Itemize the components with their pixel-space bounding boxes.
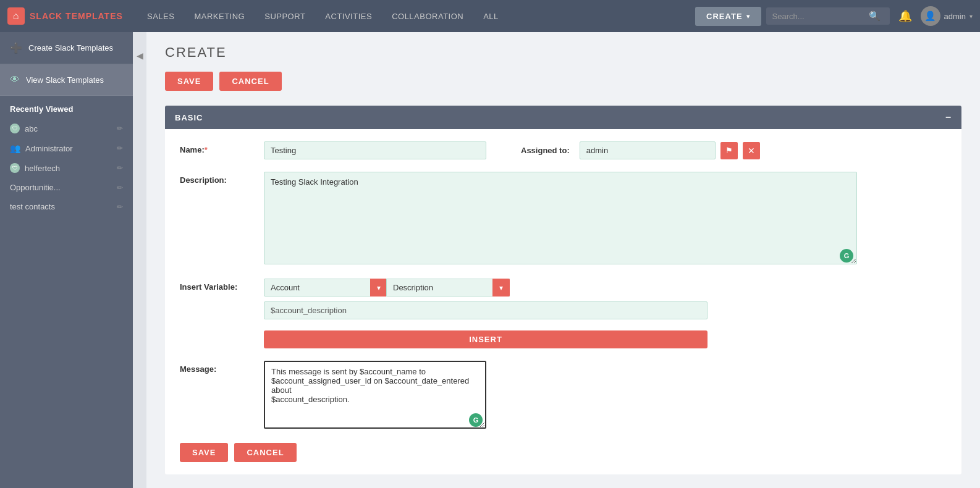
flag-icon: ⚑ (725, 146, 733, 155)
variable-type-wrapper: Account ▾ (264, 279, 387, 297)
sidebar-view-label: View Slack Templates (26, 75, 104, 85)
nav-support[interactable]: SUPPORT (255, 0, 315, 32)
name-input[interactable] (264, 141, 486, 159)
page-title: CREATE (165, 44, 961, 61)
sidebar: ➕ Create Slack Templates 👁 View Slack Te… (0, 32, 133, 488)
assigned-input[interactable] (580, 141, 716, 159)
top-action-bar: SAVE CANCEL (165, 72, 961, 91)
recently-viewed-label: Recently Viewed (10, 104, 73, 114)
nav-links: SALES MARKETING SUPPORT ACTIVITIES COLLA… (137, 0, 695, 32)
recent-item-administrator[interactable]: 👥 Administrator ✏ (0, 138, 133, 158)
recent-item-left: Opportunitie... (10, 183, 61, 192)
description-wrapper: Testing Slack Integration G (264, 172, 857, 266)
layout: ➕ Create Slack Templates 👁 View Slack Te… (0, 32, 980, 488)
shield-icon: 🛡 (10, 124, 20, 133)
recent-label: test contacts (10, 202, 55, 211)
message-row: Message: This message is sent by $accoun… (180, 361, 947, 431)
recent-item-abc[interactable]: 🛡 abc ✏ (0, 119, 133, 138)
sidebar-item-view[interactable]: 👁 View Slack Templates (0, 64, 133, 96)
chevron-down-icon: ▾ (746, 13, 750, 20)
variable-preview (264, 301, 708, 319)
top-nav: ⌂ SLACK TEMPLATES SALES MARKETING SUPPOR… (0, 0, 980, 32)
recent-item-left: 👥 Administrator (10, 143, 73, 153)
recent-label: Administrator (25, 144, 73, 153)
user-menu[interactable]: 👤 admin ▾ (921, 6, 973, 26)
cancel-button[interactable]: CANCEL (219, 72, 281, 91)
insert-variable-row: Insert Variable: Account ▾ (180, 279, 947, 348)
eye-icon: 👁 (10, 74, 20, 85)
group-icon: 👥 (10, 143, 20, 153)
minimize-icon[interactable]: − (945, 112, 952, 123)
bottom-action-bar: SAVE CANCEL (180, 443, 947, 462)
brand: ⌂ SLACK TEMPLATES (7, 7, 137, 25)
nav-right: CREATE ▾ 🔍 🔔 👤 admin ▾ (695, 6, 973, 27)
assigned-select-button[interactable]: ⚑ (720, 142, 738, 159)
shield-icon: 🛡 (10, 163, 20, 173)
recent-item-left: 🛡 abc (10, 124, 38, 133)
assigned-section: Assigned to: ⚑ ✕ (521, 141, 760, 159)
save-button[interactable]: SAVE (165, 72, 213, 91)
nav-marketing[interactable]: MARKETING (184, 0, 255, 32)
bottom-save-button[interactable]: SAVE (180, 443, 228, 462)
variable-field-wrapper: Description ▾ (387, 279, 510, 297)
avatar: 👤 (921, 6, 940, 26)
plus-circle-icon: ➕ (10, 42, 22, 54)
nav-sales[interactable]: SALES (137, 0, 184, 32)
nav-activities[interactable]: ACTIVITIES (315, 0, 382, 32)
admin-label: admin (944, 12, 966, 21)
search-icon[interactable]: 🔍 (869, 11, 881, 22)
edit-icon[interactable]: ✏ (117, 203, 123, 211)
section-title-basic: BASIC (175, 113, 203, 122)
variable-type-select[interactable]: Account (264, 279, 387, 297)
bottom-cancel-button[interactable]: CANCEL (234, 443, 296, 462)
grammarly-icon-2: G (469, 413, 483, 427)
recent-item-test-contacts[interactable]: test contacts ✏ (0, 197, 133, 216)
nav-all[interactable]: ALL (473, 0, 509, 32)
insert-variable-controls: Account ▾ Description ▾ (264, 279, 708, 348)
variable-selects: Account ▾ Description ▾ (264, 279, 708, 297)
name-row: Name:* Assigned to: ⚑ ✕ (180, 141, 947, 159)
sidebar-item-create[interactable]: ➕ Create Slack Templates (0, 32, 133, 64)
create-label: CREATE (706, 12, 742, 21)
close-icon: ✕ (748, 146, 755, 156)
edit-icon[interactable]: ✏ (117, 124, 123, 133)
required-indicator: * (205, 145, 208, 154)
name-label: Name:* (180, 141, 254, 154)
variable-field-select[interactable]: Description (386, 279, 510, 297)
recently-viewed-header: Recently Viewed (0, 96, 133, 119)
home-icon[interactable]: ⌂ (7, 7, 25, 25)
message-textarea[interactable]: This message is sent by $account_name to… (264, 361, 486, 429)
assigned-label: Assigned to: (521, 146, 570, 155)
recent-item-left: 🛡 helfertech (10, 163, 60, 173)
section-body-basic: Name:* Assigned to: ⚑ ✕ (165, 129, 961, 474)
description-label: Description: (180, 172, 254, 185)
insert-button[interactable]: INSERT (264, 330, 708, 348)
recent-item-helfertech[interactable]: 🛡 helfertech ✏ (0, 158, 133, 178)
assigned-clear-button[interactable]: ✕ (743, 142, 760, 159)
user-chevron-icon: ▾ (969, 13, 973, 20)
basic-section: BASIC − Name:* Assigned to: (165, 106, 961, 474)
edit-icon[interactable]: ✏ (117, 183, 123, 192)
description-row: Description: Testing Slack Integration G (180, 172, 947, 266)
message-wrapper: This message is sent by $account_name to… (264, 361, 486, 431)
brand-label: SLACK TEMPLATES (30, 11, 123, 21)
create-button[interactable]: CREATE ▾ (695, 7, 761, 26)
collapse-arrow[interactable]: ◀ (133, 32, 146, 488)
recent-label: Opportunitie... (10, 183, 61, 192)
notifications-button[interactable]: 🔔 (895, 6, 916, 27)
section-header-basic: BASIC − (165, 106, 961, 129)
edit-icon[interactable]: ✏ (117, 164, 123, 172)
sidebar-create-label: Create Slack Templates (28, 43, 113, 53)
message-label: Message: (180, 361, 254, 374)
main-content: ◀ CREATE SAVE CANCEL BASIC − Name:* (133, 32, 980, 488)
recent-label: helfertech (25, 164, 60, 173)
search-input[interactable] (772, 12, 865, 21)
insert-variable-label: Insert Variable: (180, 279, 254, 292)
search-bar: 🔍 (766, 7, 890, 25)
recent-item-opportunities[interactable]: Opportunitie... ✏ (0, 178, 133, 197)
content-area: CREATE SAVE CANCEL BASIC − Name:* (146, 32, 980, 488)
edit-icon[interactable]: ✏ (117, 144, 123, 153)
description-textarea[interactable]: Testing Slack Integration (264, 172, 857, 264)
recent-label: abc (25, 124, 38, 133)
nav-collaboration[interactable]: COLLABORATION (382, 0, 473, 32)
